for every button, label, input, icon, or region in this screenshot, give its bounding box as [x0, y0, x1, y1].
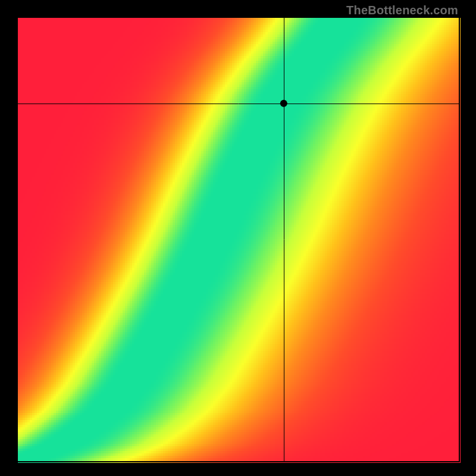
overlay-canvas — [0, 0, 476, 476]
chart-stage: TheBottleneck.com — [0, 0, 476, 476]
watermark-text: TheBottleneck.com — [346, 4, 458, 17]
